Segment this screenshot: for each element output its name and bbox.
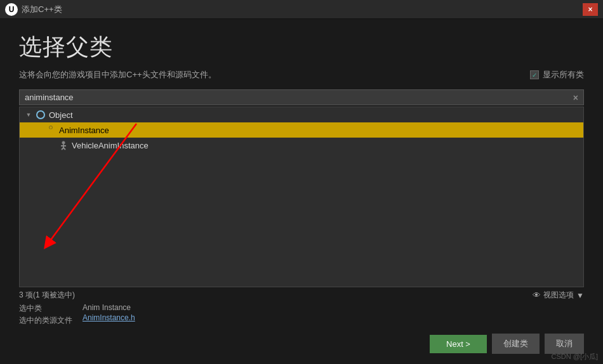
expand-arrow-vehicle [48, 141, 55, 149]
description-row: 这将会向您的游戏项目中添加C++头文件和源码文件。 显示所有类 [19, 69, 584, 81]
page-title: 选择父类 [19, 32, 584, 63]
cancel-button[interactable]: 取消 [545, 334, 584, 354]
selected-file-label: 选中的类源文件 [19, 315, 83, 326]
info-labels: 选中类 选中的类源文件 [19, 303, 83, 326]
svg-point-0 [50, 126, 53, 129]
class-tree: Object AnimInstance [19, 107, 584, 287]
expand-arrow-animinstance [35, 126, 43, 134]
vehicle-animinstance-label: VehicleAnimInstance [72, 141, 149, 150]
title-bar: U 添加C++类 × [0, 0, 603, 19]
animinstance-label: AnimInstance [59, 126, 109, 135]
tree-item-animinstance[interactable]: AnimInstance [20, 122, 583, 138]
search-input[interactable] [25, 93, 568, 102]
info-values: Anim Instance AnimInstance.h [83, 303, 135, 322]
search-clear-button[interactable]: × [573, 93, 578, 102]
selected-class-value: Anim Instance [83, 303, 135, 312]
show-all-row: 显示所有类 [530, 69, 584, 81]
tree-item-vehicleaniminstance[interactable]: VehicleAnimInstance [20, 138, 583, 153]
window-title: 添加C++类 [22, 4, 62, 15]
vehicle-anim-icon [58, 140, 69, 151]
selected-class-label: 选中类 [19, 303, 83, 314]
close-button[interactable]: × [583, 3, 598, 16]
selected-file-value[interactable]: AnimInstance.h [83, 313, 135, 322]
view-options-button[interactable]: 👁 视图选项 ▼ [533, 290, 584, 301]
create-class-button[interactable]: 创建类 [492, 334, 540, 354]
ue-logo-icon: U [5, 3, 18, 16]
anim-instance-icon [45, 124, 56, 136]
info-row: 选中类 选中的类源文件 Anim Instance AnimInstance.h [19, 303, 584, 326]
button-row: Next > 创建类 取消 [19, 334, 584, 354]
show-all-checkbox[interactable] [530, 70, 539, 79]
show-all-label: 显示所有类 [543, 69, 584, 81]
main-content: 选择父类 这将会向您的游戏项目中添加C++头文件和源码文件。 显示所有类 × O… [0, 19, 603, 364]
svg-line-4 [51, 133, 53, 134]
object-icon [35, 109, 46, 120]
title-bar-left: U 添加C++类 [5, 3, 62, 16]
svg-point-5 [62, 141, 65, 145]
svg-line-9 [63, 148, 65, 150]
object-label: Object [49, 110, 73, 120]
status-bar: 3 项(1 项被选中) 👁 视图选项 ▼ [19, 287, 584, 303]
item-count: 3 项(1 项被选中) [19, 290, 75, 301]
watermark: CSDN @[小瓜] [551, 352, 598, 361]
description-text: 这将会向您的游戏项目中添加C++头文件和源码文件。 [19, 69, 216, 81]
expand-arrow-object[interactable] [25, 111, 32, 119]
view-options-arrow: ▼ [576, 291, 584, 300]
tree-item-object[interactable]: Object [20, 107, 583, 122]
next-button[interactable]: Next > [430, 335, 487, 353]
search-bar: × [19, 89, 584, 105]
eye-icon: 👁 [533, 290, 541, 300]
view-options-label: 视图选项 [543, 290, 574, 301]
